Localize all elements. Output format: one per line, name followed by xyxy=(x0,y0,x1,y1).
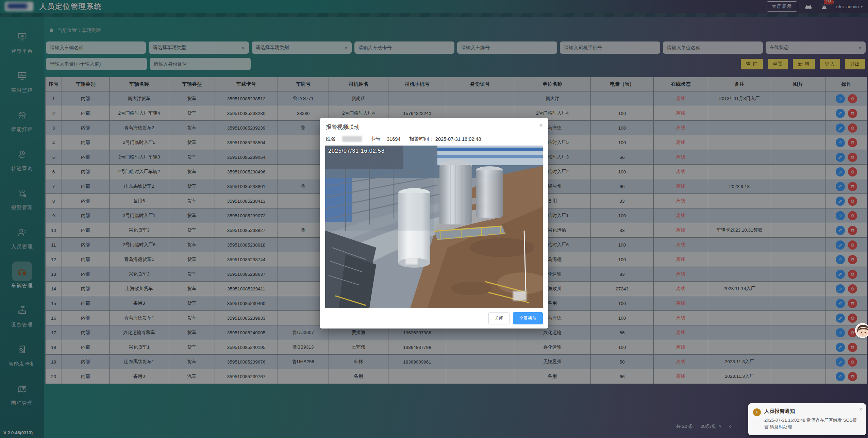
alarm-time: 2025-07-31 16:02:48 xyxy=(435,136,481,142)
modal-footer: 关闭 全屏播放 xyxy=(325,312,543,324)
warning-icon: ! xyxy=(753,408,761,416)
name-label: 姓名： xyxy=(326,136,341,142)
card-number: 31694 xyxy=(387,136,400,142)
toast-close-icon[interactable]: × xyxy=(859,407,862,412)
avatar-face-icon xyxy=(856,324,868,338)
plant-scene xyxy=(325,146,543,308)
assistant-avatar[interactable] xyxy=(855,323,868,338)
alarm-toast: ! 人员报警通知 2025-07-31 16:02:48 雷佰存在厂区触发 SO… xyxy=(748,403,866,435)
video-timestamp: 2025/07/31 16:02:58 xyxy=(328,148,385,154)
redacted-name xyxy=(342,136,362,142)
cctv-video-frame[interactable]: 2025/07/31 16:02:58 xyxy=(325,146,543,308)
modal-title: 报警视频联动 xyxy=(325,122,543,134)
card-label: 卡号： xyxy=(371,136,386,142)
alarm-time-label: 报警时间： xyxy=(409,136,434,142)
alarm-video-modal: 报警视频联动 × 姓名： 卡号： 31694 报警时间： 2025-07-31 … xyxy=(320,118,548,328)
close-icon[interactable]: × xyxy=(539,122,543,129)
toast-body: 2025-07-31 16:02:48 雷佰存在厂区触发 SOS报警 请及时处理 xyxy=(764,417,857,431)
alarm-info: 姓名： 卡号： 31694 报警时间： 2025-07-31 16:02:48 xyxy=(325,134,543,143)
fullscreen-play-button[interactable]: 全屏播放 xyxy=(513,312,543,324)
app-page: 人员定位管理系统 大屏展示 163 xrkc_admin ▾ 智慧平台 xyxy=(0,0,868,438)
toast-title: 人员报警通知 xyxy=(764,408,857,415)
modal-close-button[interactable]: 关闭 xyxy=(488,312,510,324)
